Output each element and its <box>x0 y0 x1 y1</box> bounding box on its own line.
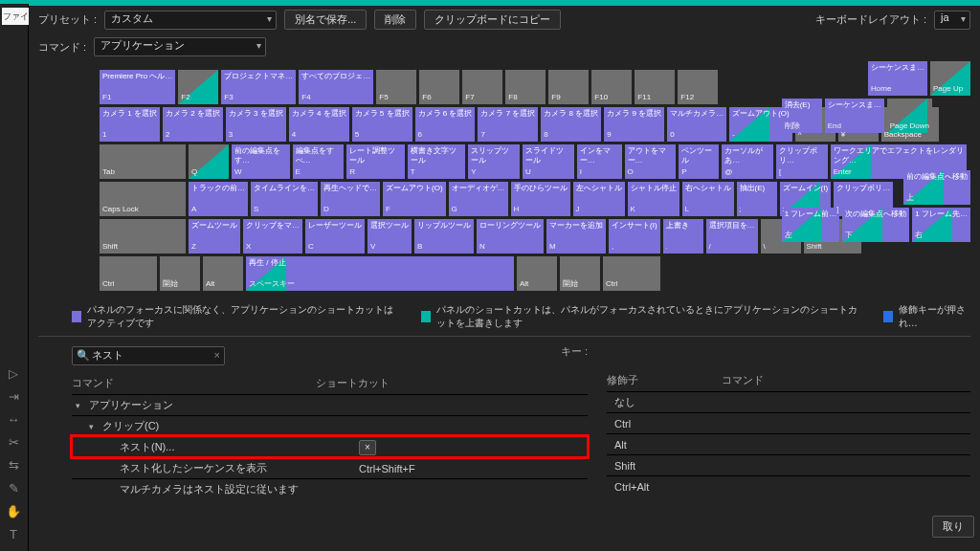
key-e[interactable]: 編集点をすべ…E <box>293 144 345 179</box>
key-w[interactable]: 前の編集点をす…W <box>232 144 290 179</box>
key-n[interactable]: ローリングツールN <box>477 219 544 253</box>
key-g[interactable]: オーディオゲ…G <box>449 182 508 216</box>
key-f4[interactable]: すべてのプロジェ…F4 <box>299 70 373 104</box>
key-end[interactable]: シーケンスま…End <box>825 99 884 133</box>
key-f1[interactable]: Premiere Pro ヘル…F1 <box>100 70 175 104</box>
clear-shortcut-icon[interactable]: × <box>359 440 376 455</box>
key-o[interactable]: アウトをマー…O <box>625 144 677 179</box>
key-q[interactable]: Q <box>189 144 229 179</box>
key-f2[interactable]: F2 <box>178 70 218 104</box>
key-ctrl[interactable]: Ctrl <box>100 256 157 291</box>
key-capslock[interactable]: Caps Lock <box>100 182 186 216</box>
key-f3[interactable]: プロジェクトマネ…F3 <box>221 70 296 104</box>
key-f[interactable]: ズームアウト(O)F <box>383 182 446 216</box>
copy-clipboard-button[interactable]: クリップボードにコピー <box>424 10 561 30</box>
track-select-icon[interactable]: ⇥ <box>6 388 21 404</box>
clear-search-icon[interactable]: × <box>214 349 220 361</box>
key-h[interactable]: 手のひらツールH <box>511 182 570 216</box>
command-row[interactable]: ▾クリップ(C) <box>72 415 588 436</box>
key-p[interactable]: ペンツールP <box>679 144 719 179</box>
key-5[interactable]: カメラ 5 を選択5 <box>352 107 412 142</box>
undo-button[interactable]: 取り <box>932 516 974 538</box>
key-上[interactable]: 前の編集点へ移動上 <box>903 170 970 205</box>
key-左[interactable]: 1 フレーム前…左 <box>782 208 840 242</box>
modifier-row[interactable]: Ctrl <box>607 412 970 433</box>
modifier-row[interactable]: Alt <box>607 433 970 454</box>
key-s[interactable]: タイムラインを…S <box>251 182 318 216</box>
key-ctrl[interactable]: Ctrl <box>603 256 660 291</box>
key-f8[interactable]: F8 <box>505 70 546 104</box>
key-4[interactable]: カメラ 4 を選択4 <box>289 107 349 142</box>
key-k[interactable]: シャトル停止K <box>628 182 679 216</box>
key-スペースキー[interactable]: 再生 / 停止スペースキー <box>246 256 514 291</box>
key-i[interactable]: インをマー…I <box>577 144 622 179</box>
key-d[interactable]: 再生ヘッドで…D <box>321 182 380 216</box>
key-1[interactable]: カメラ 1 を選択1 <box>100 107 160 142</box>
modifier-row[interactable]: Ctrl+Alt <box>607 475 970 496</box>
key-9[interactable]: カメラ 9 を選択9 <box>604 107 664 142</box>
key-;[interactable]: 抽出(E); <box>737 182 777 216</box>
selection-tool-icon[interactable]: ▷ <box>6 365 21 381</box>
preset-select[interactable]: カスタム <box>104 11 277 30</box>
key-8[interactable]: カメラ 8 を選択8 <box>541 107 601 142</box>
key-f6[interactable]: F6 <box>419 70 459 104</box>
key-3[interactable]: カメラ 3 を選択3 <box>226 107 286 142</box>
key-7[interactable]: カメラ 7 を選択7 <box>478 107 538 142</box>
command-row[interactable]: マルチカメラはネスト設定に従います <box>72 478 588 499</box>
hand-tool-icon[interactable]: ✋ <box>6 503 21 518</box>
key-x[interactable]: クリップをマ…X <box>243 219 302 253</box>
key-y[interactable]: スリップツールY <box>468 144 520 179</box>
key-l[interactable]: 右へシャトルL <box>682 182 734 216</box>
kb-layout-select[interactable]: ja <box>934 11 970 30</box>
key-b[interactable]: リップルツールB <box>414 219 474 253</box>
key-a[interactable]: トラックの前…A <box>189 182 248 216</box>
key-f11[interactable]: F11 <box>635 70 675 104</box>
slip-tool-icon[interactable]: ⇆ <box>6 457 21 473</box>
command-row[interactable]: ネスト化したシーケンスを表示Ctrl+Shift+F <box>72 457 588 478</box>
razor-tool-icon[interactable]: ✂ <box>6 434 21 450</box>
key-/[interactable]: 選択項目を…/ <box>706 219 758 253</box>
key-f5[interactable]: F5 <box>376 70 416 104</box>
key-f9[interactable]: F9 <box>548 70 589 104</box>
key-f10[interactable]: F10 <box>591 70 632 104</box>
delete-button[interactable]: 削除 <box>374 10 416 30</box>
type-tool-icon[interactable]: T <box>6 526 21 541</box>
key-j[interactable]: 左へシャトルJ <box>573 182 625 216</box>
key-6[interactable]: カメラ 6 を選択6 <box>415 107 476 142</box>
key-f7[interactable]: F7 <box>462 70 502 104</box>
key-c[interactable]: レーザーツールC <box>305 219 365 253</box>
pen-tool-icon[interactable]: ✎ <box>6 480 21 496</box>
command-row[interactable]: ネスト(N)...× <box>72 436 588 457</box>
command-row[interactable]: ▾アプリケーション <box>72 394 588 415</box>
key-m[interactable]: マーカーを追加M <box>546 219 606 253</box>
key-右[interactable]: 1 フレーム先…右 <box>912 208 970 242</box>
key-shift[interactable]: Shift <box>100 219 186 253</box>
key-alt[interactable]: Alt <box>517 256 557 291</box>
key-@[interactable]: カーソルがあ…@ <box>722 144 773 179</box>
key-home[interactable]: シーケンスま…Home <box>868 61 927 96</box>
key-.[interactable]: 上書き. <box>663 219 703 253</box>
key-2[interactable]: カメラ 2 を選択2 <box>163 107 223 142</box>
key-pagedown[interactable]: Page Down <box>887 99 932 133</box>
command-select[interactable]: アプリケーション <box>94 37 266 56</box>
ripple-tool-icon[interactable]: ↔ <box>6 411 21 427</box>
save-as-button[interactable]: 別名で保存... <box>284 10 367 30</box>
modifier-row[interactable]: なし <box>607 391 970 412</box>
key-z[interactable]: ズームツールZ <box>189 219 240 253</box>
key-開始[interactable]: 開始 <box>560 256 600 291</box>
key-tab[interactable]: Tab <box>100 144 186 179</box>
key-t[interactable]: 横書き文字ツールT <box>408 144 466 179</box>
file-tab[interactable]: ファイ <box>2 8 29 25</box>
key-0[interactable]: マルチカメラ…0 <box>667 107 726 142</box>
search-input[interactable] <box>72 346 225 365</box>
modifier-row[interactable]: Shift <box>607 454 970 475</box>
key-v[interactable]: 選択ツールV <box>368 219 412 253</box>
key-f12[interactable]: F12 <box>678 70 718 104</box>
key-u[interactable]: スライドツールU <box>523 144 574 179</box>
key-下[interactable]: 次の編集点へ移動下 <box>842 208 909 242</box>
key-alt[interactable]: Alt <box>203 256 243 291</box>
key-r[interactable]: レート調整ツールR <box>346 144 405 179</box>
key-,[interactable]: インサート(I), <box>609 219 660 253</box>
key-pageup[interactable]: Page Up <box>930 61 970 96</box>
key-開始[interactable]: 開始 <box>160 256 200 291</box>
